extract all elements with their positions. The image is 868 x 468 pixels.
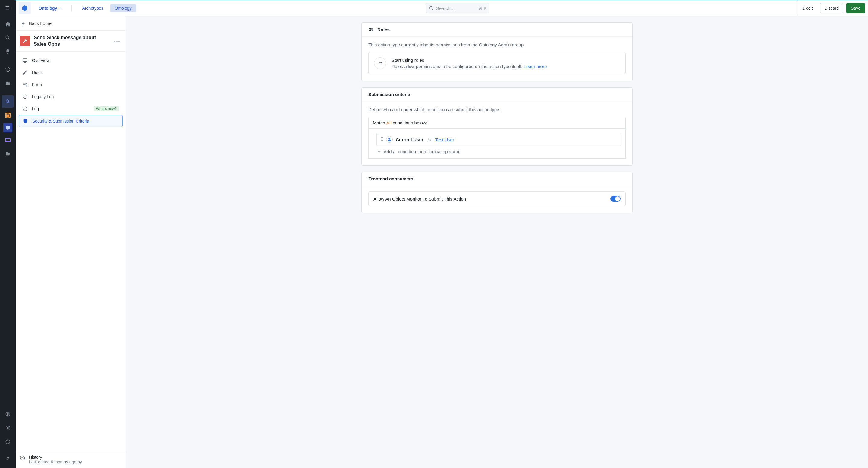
svg-point-14 — [371, 28, 373, 30]
history-subtitle: Last edited 6 months ago by — [29, 460, 82, 464]
svg-point-15 — [389, 138, 390, 140]
nav-label: Log — [32, 106, 39, 111]
side-panel: Back home Send Slack message about Sales… — [16, 16, 126, 468]
folder-rail-icon[interactable] — [2, 77, 14, 90]
more-options-button[interactable] — [113, 37, 121, 45]
notifications-icon[interactable] — [2, 45, 14, 58]
toggle-label: Allow An Object Monitor To Submit This A… — [373, 196, 466, 201]
start-roles-box: Start using roles Roles allow permission… — [368, 52, 626, 74]
history-icon — [22, 94, 28, 99]
history-rail-icon[interactable] — [2, 64, 14, 76]
action-title-row: Send Slack message about Sales Opps — [16, 31, 126, 52]
match-mode-selector[interactable]: Match All conditions below: — [368, 117, 626, 129]
svg-point-7 — [116, 41, 118, 42]
history-footer[interactable]: History Last edited 6 months ago by — [16, 451, 126, 468]
search-active-icon[interactable] — [2, 96, 14, 107]
frontend-card: Frontend consumers Allow An Object Monit… — [361, 172, 632, 213]
start-roles-sub: Roles allow permissions to be configured… — [392, 64, 522, 69]
nav-legacy-log[interactable]: Legacy Log — [19, 91, 123, 102]
history-icon — [22, 106, 28, 111]
search-icon — [429, 6, 434, 10]
svg-point-13 — [369, 28, 371, 30]
tab-archetypes[interactable]: Archetypes — [78, 4, 107, 12]
home-icon[interactable] — [2, 18, 14, 30]
frontend-title: Frontend consumers — [368, 176, 413, 181]
back-home-button[interactable]: Back home — [16, 16, 126, 31]
topbar: Ontology Archetypes Ontology Search… ⌘ K… — [16, 0, 868, 16]
nav-label: Security & Submission Criteria — [32, 119, 89, 124]
nav-list: Overview Rules Form Legacy Log Log — [16, 52, 126, 130]
transfer-icon — [374, 57, 386, 69]
svg-point-8 — [119, 41, 120, 42]
monitor-icon — [22, 58, 28, 63]
nav-label: Legacy Log — [32, 94, 54, 99]
history-title: History — [29, 455, 82, 460]
nav-form[interactable]: Form — [19, 79, 123, 90]
condition-row[interactable]: ⠿ Current User is Test User — [376, 133, 621, 146]
add-condition-link[interactable]: condition — [398, 149, 416, 154]
back-home-label: Back home — [29, 21, 52, 26]
arrow-left-icon — [21, 21, 25, 26]
object-monitor-toggle-row: Allow An Object Monitor To Submit This A… — [368, 191, 626, 206]
expand-icon[interactable] — [2, 453, 14, 465]
search-shortcut: ⌘ K — [478, 6, 487, 10]
submission-title: Submission criteria — [368, 92, 410, 97]
main-content: Roles This action type currently inherit… — [126, 16, 868, 468]
svg-point-2 — [6, 113, 10, 115]
whats-new-badge: What's new? — [94, 106, 119, 111]
nav-label: Rules — [32, 70, 43, 75]
people-icon — [368, 27, 374, 32]
globe-icon[interactable] — [2, 408, 14, 420]
search-rail-icon[interactable] — [2, 32, 14, 44]
roles-inherit-text: This action type currently inherits perm… — [368, 42, 626, 47]
add-logical-operator-link[interactable]: logical operator — [429, 149, 460, 154]
folder-star-icon[interactable] — [2, 148, 14, 160]
condition-value[interactable]: Test User — [435, 137, 454, 142]
shuffle-icon[interactable] — [2, 422, 14, 434]
discard-button[interactable]: Discard — [820, 3, 843, 13]
nav-rules[interactable]: Rules — [19, 67, 123, 78]
nav-overview[interactable]: Overview — [19, 55, 123, 66]
data-rail-icon[interactable] — [2, 109, 14, 121]
submission-card: Submission criteria Define who and under… — [361, 87, 632, 166]
shield-icon — [23, 119, 28, 124]
add-condition-button[interactable]: Add a condition or a logical operator — [376, 146, 621, 154]
edits-count[interactable]: 1 edit — [798, 0, 817, 16]
svg-point-6 — [114, 41, 116, 42]
action-title: Send Slack message about Sales Opps — [34, 34, 109, 47]
ontology-dropdown[interactable]: Ontology — [36, 4, 65, 12]
monitor-rail-icon[interactable] — [2, 134, 14, 146]
pencil-icon — [22, 70, 28, 75]
wrench-icon — [20, 36, 30, 46]
ontology-dropdown-label: Ontology — [38, 6, 57, 10]
divider — [71, 5, 72, 11]
search-input[interactable]: Search… ⌘ K — [426, 3, 490, 13]
ontology-rail-icon[interactable] — [3, 123, 12, 132]
condition-operator: is — [428, 137, 431, 142]
user-icon — [386, 136, 393, 143]
nav-log[interactable]: Log What's new? — [19, 103, 123, 114]
svg-rect-9 — [23, 59, 27, 62]
match-mode-value: All — [386, 120, 392, 125]
brand-tile-icon[interactable] — [19, 2, 31, 14]
sliders-icon — [22, 82, 28, 87]
nav-label: Form — [32, 82, 42, 87]
save-button[interactable]: Save — [846, 3, 865, 13]
tab-ontology[interactable]: Ontology — [110, 4, 135, 12]
roles-card: Roles This action type currently inherit… — [361, 22, 632, 81]
svg-point-0 — [6, 36, 9, 39]
svg-point-12 — [27, 86, 27, 87]
nav-label: Overview — [32, 58, 50, 63]
left-rail — [0, 0, 16, 468]
help-icon[interactable] — [2, 436, 14, 448]
menu-toggle-icon[interactable] — [2, 2, 14, 14]
nav-security[interactable]: Security & Submission Criteria — [19, 115, 123, 127]
start-roles-title: Start using roles — [392, 58, 547, 63]
plus-icon — [377, 150, 381, 154]
drag-handle-icon[interactable]: ⠿ — [380, 137, 383, 142]
history-icon — [20, 455, 25, 461]
object-monitor-toggle[interactable] — [610, 196, 621, 202]
search-placeholder: Search… — [436, 6, 476, 11]
learn-more-link[interactable]: Learn more — [524, 64, 547, 69]
chevron-down-icon — [59, 7, 62, 10]
